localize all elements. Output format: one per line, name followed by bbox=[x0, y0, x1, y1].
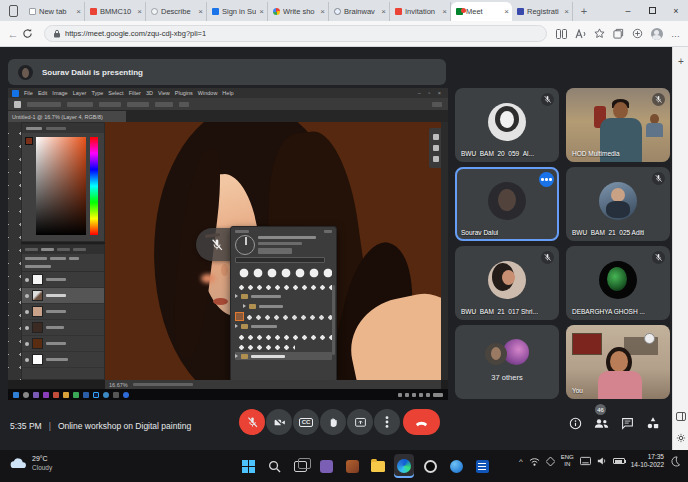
mic-off-icon bbox=[246, 416, 259, 429]
taskbar-weather-widget[interactable]: 29°C Cloudy bbox=[10, 455, 52, 472]
file-explorer-button[interactable] bbox=[368, 454, 388, 478]
split-screen-icon[interactable] bbox=[555, 27, 568, 40]
participant-tile-al[interactable]: BWU_BAM_20_059_Al... bbox=[455, 88, 559, 162]
brush-panel-header bbox=[235, 230, 332, 233]
tab-close-icon[interactable]: × bbox=[259, 8, 264, 16]
volume-icon[interactable] bbox=[597, 456, 607, 466]
participant-name: BWU_BAM_21_017 Shri... bbox=[461, 308, 538, 315]
minimize-button[interactable]: – bbox=[616, 0, 640, 21]
tab-invitation[interactable]: Invitation × bbox=[390, 2, 451, 21]
skype-app-button[interactable] bbox=[446, 454, 466, 478]
tab-close-icon[interactable]: × bbox=[320, 8, 325, 16]
gmail-favicon bbox=[90, 8, 97, 15]
extensions-icon[interactable] bbox=[631, 27, 644, 40]
browser-menu-icon[interactable]: … bbox=[669, 27, 682, 40]
favorites-star-icon[interactable] bbox=[593, 27, 606, 40]
sidebar-panel-icon[interactable] bbox=[675, 410, 687, 422]
tile-more-options-button[interactable] bbox=[539, 172, 554, 187]
sidebar-settings-gear-icon[interactable] bbox=[675, 432, 687, 444]
color-tab bbox=[26, 127, 42, 130]
mic-toggle-button-muted[interactable] bbox=[239, 409, 265, 435]
meeting-details-button[interactable] bbox=[566, 414, 584, 432]
tab-write[interactable]: Write sho × bbox=[268, 2, 329, 21]
tray-expand-icon[interactable]: ^ bbox=[519, 457, 523, 466]
taskbar-clock[interactable]: 17:35 14-10-2022 bbox=[631, 453, 664, 470]
tab-label: Describe bbox=[161, 7, 195, 16]
tab-new-tab[interactable]: New tab × bbox=[24, 2, 85, 21]
tab-registration[interactable]: Registrati × bbox=[512, 2, 573, 21]
camera-app-button[interactable] bbox=[420, 454, 440, 478]
tab-close-icon[interactable]: × bbox=[198, 8, 203, 16]
new-tab-button[interactable]: + bbox=[577, 4, 591, 18]
word-app-button[interactable] bbox=[472, 454, 492, 478]
participant-tile-hod[interactable]: HOD Multimedia bbox=[566, 88, 670, 162]
tab-close-icon[interactable]: × bbox=[504, 8, 509, 16]
participant-tile-aditi[interactable]: BWU_BAM_21_025 Aditi bbox=[566, 167, 670, 241]
photoshop-color-panel bbox=[21, 122, 105, 242]
menu-select: Select bbox=[108, 90, 123, 96]
edge-browser-button-active[interactable] bbox=[394, 454, 414, 478]
present-screen-button[interactable] bbox=[347, 409, 373, 435]
tab-describe[interactable]: Describe × bbox=[146, 2, 207, 21]
refresh-button[interactable] bbox=[22, 28, 40, 39]
mail-app-button[interactable] bbox=[316, 454, 336, 478]
tab-actions-menu-icon[interactable] bbox=[4, 3, 22, 19]
raise-hand-button[interactable] bbox=[320, 409, 346, 435]
start-button[interactable] bbox=[238, 454, 258, 478]
close-button[interactable]: × bbox=[664, 0, 688, 21]
tab-label: Sign in Su bbox=[222, 7, 256, 16]
skype-app-icon bbox=[450, 460, 463, 473]
profile-avatar-icon[interactable] bbox=[650, 27, 663, 40]
tab-close-icon[interactable]: × bbox=[564, 8, 569, 16]
activities-icon bbox=[646, 416, 660, 430]
network-icon[interactable] bbox=[529, 456, 540, 467]
participants-button[interactable] bbox=[592, 414, 610, 432]
participant-tile-shri[interactable]: BWU_BAM_21_017 Shri... bbox=[455, 246, 559, 320]
camera-toggle-button[interactable] bbox=[266, 409, 292, 435]
notifications-moon-icon[interactable] bbox=[670, 456, 680, 467]
tab-close-icon[interactable]: × bbox=[137, 8, 142, 16]
back-button[interactable]: ← bbox=[4, 28, 22, 40]
layer-row-background bbox=[22, 352, 104, 368]
photos-app-button[interactable] bbox=[342, 454, 362, 478]
tab-label: Meet bbox=[466, 7, 501, 16]
meeting-time: 5:35 PM bbox=[10, 421, 42, 431]
more-options-button[interactable] bbox=[374, 409, 400, 435]
participant-tile-others[interactable]: 37 others bbox=[455, 325, 559, 399]
tab-meet-active[interactable]: Meet × bbox=[451, 2, 512, 21]
painting-nose-shade bbox=[221, 264, 228, 276]
activities-button[interactable] bbox=[644, 414, 662, 432]
participant-tile-sourav-selected[interactable]: Sourav Dalui bbox=[455, 167, 559, 241]
chat-button[interactable] bbox=[618, 414, 636, 432]
foreground-color-swatch bbox=[25, 137, 33, 145]
maximize-icon bbox=[649, 7, 656, 14]
participant-tile-debarghya[interactable]: DEBARGHYA GHOSH ... bbox=[566, 246, 670, 320]
onedrive-icon[interactable] bbox=[546, 457, 555, 466]
end-call-button[interactable] bbox=[403, 409, 440, 435]
sidebar-add-icon[interactable]: + bbox=[675, 55, 687, 67]
language-indicator[interactable]: ENG IN bbox=[561, 454, 574, 468]
info-icon bbox=[569, 417, 582, 430]
browser-tab-strip: New tab × BMMC10 × Describe × Sign in Su… bbox=[0, 0, 688, 21]
captions-button[interactable]: CC bbox=[293, 409, 319, 435]
search-button[interactable] bbox=[264, 454, 284, 478]
address-bar[interactable]: https://meet.google.com/zqu-cdj-xbg?pli=… bbox=[44, 25, 547, 42]
participant-tile-you[interactable]: You bbox=[566, 325, 670, 399]
tab-bmmc[interactable]: BMMC10 × bbox=[85, 2, 146, 21]
tab-close-icon[interactable]: × bbox=[76, 8, 81, 16]
read-aloud-icon[interactable] bbox=[574, 27, 587, 40]
brush-search-row bbox=[235, 257, 332, 263]
touch-keyboard-icon[interactable] bbox=[580, 456, 591, 466]
presenter-avatar bbox=[18, 65, 33, 80]
shared-screen-taskbar bbox=[8, 389, 448, 400]
tab-brainwave[interactable]: Brainwav × bbox=[329, 2, 390, 21]
word-app-icon bbox=[476, 460, 489, 473]
collections-icon[interactable] bbox=[612, 27, 625, 40]
task-view-button[interactable] bbox=[290, 454, 310, 478]
tab-sign-in[interactable]: Sign in Su × bbox=[207, 2, 268, 21]
presentation-stage-photoshop[interactable]: File Edit Image Layer Type Select Filter… bbox=[8, 88, 448, 400]
tab-close-icon[interactable]: × bbox=[442, 8, 447, 16]
maximize-button[interactable] bbox=[640, 0, 664, 21]
battery-icon[interactable] bbox=[613, 458, 625, 464]
tab-close-icon[interactable]: × bbox=[381, 8, 386, 16]
